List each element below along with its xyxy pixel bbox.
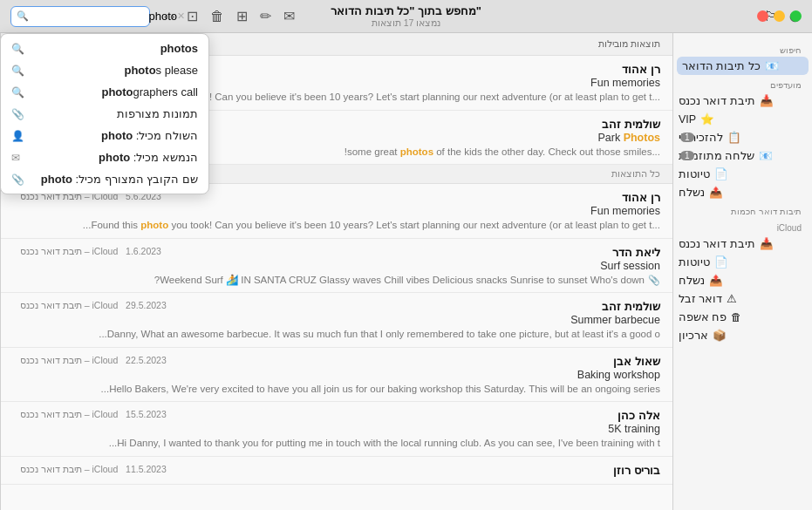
folder-move-icon[interactable]: ⊞ [236,8,248,24]
email-meta: 15.5.2023 iCloud – תיבת דואר נכנס [20,409,167,419]
email-sender: ליאת הדר [612,246,660,259]
search-input[interactable] [31,10,177,23]
sidebar-item-icloud-junk[interactable]: ⚠ דואר זבל [673,289,812,308]
vip-icon: ⭐ [700,112,714,126]
table-row[interactable]: שאול אבן 22.5.2023 iCloud – תיבת דואר נכ… [1,348,672,403]
titlebar: 🔍 ✕ ‹ › ⊡ 🗑 ⊞ ✏ ✉ מחפש בתוך "כל תיבות הד… [0,0,812,33]
all-mailboxes-icon: 📧 [765,59,779,72]
email-sender: אלה כהן [618,409,660,422]
email-meta: 29.5.2023 iCloud – תיבת דואר נכנס [20,300,167,310]
email-sender: שולמית זהב [602,118,660,131]
suggestion-search-icon-2: 🔍 [11,65,24,77]
sidebar-smart-mailboxes-label: תיבות דואר חכמות [673,201,812,218]
email-meta: 22.5.2023 iCloud – תיבת דואר נכנס [20,355,167,365]
sidebar-item-icloud-archive[interactable]: 📦 ארכיון [673,326,812,344]
suggestion-photos-please[interactable]: photos please 🔍 [1,59,208,81]
inbox-icon: 📥 [760,94,774,107]
sidebar-item-label: נשלח [679,274,705,287]
table-row[interactable]: בוריס רוזן 11.5.2023 iCloud – תיבת דואר … [1,457,672,485]
suggestion-attachment-icon-2: 📎 [11,173,24,186]
suggestion-search-icon: 🔍 [11,43,24,55]
suggestion-mail-icon: ✉ [11,152,20,164]
icloud-inbox-icon: 📥 [760,237,774,250]
sidebar-search-label: חיפוש [673,40,812,57]
sidebar-item-all-mailboxes[interactable]: 📧 כל תיבות הדואר [677,57,809,75]
icloud-drafts-icon: 📄 [714,255,728,269]
email-sender: רן אהוד [622,191,660,204]
compose-icon[interactable]: ✏ [260,8,271,24]
archive-icon[interactable]: ⊡ [187,8,198,24]
suggestion-photos[interactable]: photos 🔍 [1,37,208,59]
sidebar-item-icloud-inbox[interactable]: 📥 תיבת דואר נכנס [673,235,812,253]
search-box[interactable]: 🔍 ✕ [10,6,150,27]
suggestion-search-icon-3: 🔍 [11,86,24,99]
table-row[interactable]: אלה כהן 15.5.2023 iCloud – תיבת דואר נכנ… [1,402,672,457]
remind-badge: 1 [680,133,694,142]
sidebar-item-label: דואר זבל [679,292,722,305]
sidebar-item-icloud-trash[interactable]: 🗑 פח אשפה [673,308,812,326]
mail-icon[interactable]: ✉ [283,8,295,24]
scheduled-icon: 📧 [759,149,773,162]
email-subject: Summer barbecue [13,314,660,326]
icloud-sent-icon: 📤 [709,274,723,287]
suggestion-photographers[interactable]: photographers call 🔍 [1,81,208,103]
email-sender: שאול אבן [613,355,660,368]
sidebar-item-label: נשלח [679,186,705,199]
email-preview: Danny, What an awesome barbecue. It was … [13,328,660,342]
trash-icon[interactable]: 🗑 [210,9,224,24]
email-meta: 11.5.2023 iCloud – תיבת דואר נכנס [20,464,167,474]
sidebar-item-vip[interactable]: ⭐ VIP [673,110,812,128]
sidebar-item-label: טיוטות [679,167,710,180]
sidebar-item-drafts[interactable]: 📄 טיוטות [673,165,812,183]
sidebar-item-label: תיבת דואר נכנס [679,94,755,107]
icloud-junk-icon: ⚠ [727,292,737,305]
search-icon: 🔍 [17,10,29,22]
suggestion-attachments[interactable]: תמונות מצורפות 📎 [1,103,208,125]
sidebar: חיפוש 📧 כל תיבות הדואר מועדפים 📥 תיבת דו… [672,33,812,510]
remind-icon: 📋 [727,131,741,144]
suggestion-recipient-contains[interactable]: הנמשא מכיל: photo ✉ [1,146,208,168]
search-context-label: מחפש בתוך "כל תיבות הדואר" [331,4,481,17]
sidebar-item-label: VIP [679,113,696,126]
email-subject: Baking workshop [13,369,660,381]
sidebar-item-icloud-sent[interactable]: 📤 נשלח [673,271,812,289]
sidebar-icloud-label: iCloud [673,218,812,235]
drafts-icon: 📄 [714,167,728,180]
email-preview: 📎Weekend Surf 🏄 IN SANTA CRUZ Glassy wav… [13,274,660,288]
search-clear-icon[interactable]: ✕ [177,10,185,22]
sent-icon: 📤 [709,186,723,199]
sidebar-item-inbox[interactable]: 📥 תיבת דואר נכנס [673,92,812,110]
result-count-label: נמצאו 17 תוצאות [331,17,481,28]
icloud-archive-icon: 📦 [713,329,727,342]
sidebar-item-label: פח אשפה [679,310,727,323]
sidebar-item-label: תיבת דואר נכנס [679,237,755,250]
sidebar-item-remind[interactable]: 📋 להזכיר לי 1 [673,128,812,146]
suggestion-sender-contains[interactable]: השולח מכיל: photo 👤 [1,125,208,146]
icloud-trash-icon: 🗑 [731,311,742,323]
email-meta: 1.6.2023 iCloud – תיבת דואר נכנס [20,246,161,256]
suggestion-person-icon: 👤 [11,130,24,142]
scheduled-badge: 1 [680,151,694,160]
email-subject: 5K training [13,423,660,435]
table-row[interactable]: שולמית זהב 29.5.2023 iCloud – תיבת דואר … [1,293,672,348]
maximize-button[interactable] [790,10,802,22]
email-sender: שולמית זהב [602,300,660,313]
email-subject: Surf session [13,260,660,272]
sidebar-item-sent[interactable]: 📤 נשלח [673,183,812,201]
suggestion-filename-contains[interactable]: שם הקובץ המצורף מכיל: photo 📎 [1,168,208,190]
email-preview: ...Found this photo you took! Can you be… [13,219,660,233]
email-sender: רן אהוד [622,63,660,76]
sidebar-item-label: כל תיבות הדואר [682,59,761,72]
table-row[interactable]: ליאת הדר 1.6.2023 iCloud – תיבת דואר נכנ… [1,239,672,294]
sidebar-item-icloud-drafts[interactable]: 📄 טיוטות [673,253,812,271]
sidebar-item-scheduled[interactable]: 📧 שלחה מתוזמנת 1 [673,146,812,165]
minimize-button[interactable] [774,10,785,22]
email-preview: Hi Danny, I wanted to thank you for putt… [13,437,660,451]
sidebar-item-label: ארכיון [679,329,708,342]
window-controls [757,10,802,22]
suggestion-attachment-icon: 📎 [11,108,24,120]
email-subject: Fun memories [13,205,660,217]
close-button[interactable] [757,10,768,22]
email-sender: בוריס רוזן [613,464,660,477]
sidebar-item-label: טיוטות [679,255,710,269]
